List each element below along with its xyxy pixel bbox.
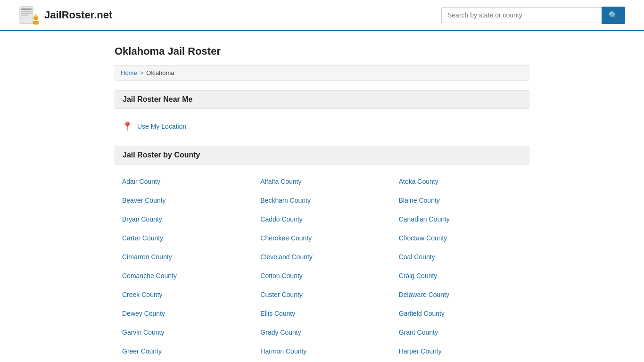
county-cell: Atoka County — [391, 172, 529, 191]
county-link[interactable]: Alfalfa County — [260, 178, 301, 185]
county-cell: Adair County — [115, 172, 253, 191]
county-link[interactable]: Carter County — [122, 234, 163, 242]
county-link[interactable]: Adair County — [122, 178, 160, 185]
page-title: Oklahoma Jail Roster — [115, 45, 529, 58]
county-cell: Cleveland County — [253, 247, 391, 266]
by-county-section: Jail Roster by County Adair CountyAlfalf… — [115, 146, 529, 362]
county-cell: Harper County — [391, 342, 529, 361]
svg-point-7 — [34, 14, 37, 17]
search-input[interactable] — [441, 7, 602, 23]
county-cell: Blaine County — [391, 191, 529, 210]
county-link[interactable]: Coal County — [399, 253, 435, 261]
breadcrumb-current: Oklahoma — [146, 69, 174, 76]
svg-rect-6 — [33, 21, 39, 25]
county-cell: Carter County — [115, 229, 253, 247]
county-cell: Dewey County — [115, 304, 253, 323]
logo-text: JailRoster.net — [44, 9, 112, 21]
county-cell: Coal County — [391, 247, 529, 266]
county-link[interactable]: Blaine County — [399, 197, 440, 204]
county-link[interactable]: Beaver County — [122, 197, 166, 204]
near-me-header: Jail Roster Near Me — [115, 90, 529, 109]
county-cell: Beckham County — [253, 191, 391, 210]
search-icon: 🔍 — [609, 11, 618, 19]
county-link[interactable]: Grady County — [260, 329, 301, 336]
site-header: JailRoster.net 🔍 — [0, 0, 644, 31]
county-link[interactable]: Atoka County — [399, 178, 438, 185]
county-cell: Greer County — [115, 342, 253, 361]
county-link[interactable]: Choctaw County — [399, 234, 447, 242]
county-link[interactable]: Cimarron County — [122, 253, 172, 261]
county-link[interactable]: Craig County — [399, 272, 438, 280]
use-location-link[interactable]: Use My Location — [137, 123, 186, 130]
county-link[interactable]: Greer County — [122, 347, 162, 355]
county-link[interactable]: Creek County — [122, 291, 163, 298]
county-link[interactable]: Garvin County — [122, 329, 164, 336]
county-link[interactable]: Ellis County — [260, 310, 295, 317]
county-cell: Grady County — [253, 323, 391, 342]
breadcrumb: Home > Oklahoma — [115, 65, 529, 81]
county-cell: Bryan County — [115, 210, 253, 229]
by-county-header: Jail Roster by County — [115, 146, 529, 165]
breadcrumb-separator: > — [140, 69, 144, 76]
county-link[interactable]: Canadian County — [399, 215, 450, 223]
county-cell: Creek County — [115, 285, 253, 304]
county-link[interactable]: Comanche County — [122, 272, 177, 280]
county-link[interactable]: Grant County — [399, 329, 438, 336]
location-icon: 📍 — [122, 121, 132, 132]
county-cell: Beaver County — [115, 191, 253, 210]
county-link[interactable]: Cotton County — [260, 272, 303, 280]
county-cell: Comanche County — [115, 266, 253, 285]
county-cell: Canadian County — [391, 210, 529, 229]
county-cell: Cotton County — [253, 266, 391, 285]
near-me-area: 📍 Use My Location — [115, 116, 529, 136]
county-cell: Craig County — [391, 266, 529, 285]
svg-rect-1 — [21, 8, 32, 10]
county-link[interactable]: Garfield County — [399, 310, 445, 317]
svg-rect-4 — [21, 15, 28, 16]
county-cell: Harmon County — [253, 342, 391, 361]
svg-rect-2 — [21, 11, 32, 12]
county-cell: Ellis County — [253, 304, 391, 323]
county-cell: Cimarron County — [115, 247, 253, 266]
county-link[interactable]: Beckham County — [260, 197, 311, 204]
county-cell: Caddo County — [253, 210, 391, 229]
county-link[interactable]: Harper County — [399, 347, 442, 355]
near-me-section: Jail Roster Near Me 📍 Use My Location — [115, 90, 529, 136]
search-button[interactable]: 🔍 — [602, 7, 625, 24]
county-cell: Garvin County — [115, 323, 253, 342]
county-link[interactable]: Cherokee County — [260, 234, 312, 242]
logo-link[interactable]: JailRoster.net — [19, 5, 112, 25]
county-link[interactable]: Custer County — [260, 291, 302, 298]
breadcrumb-home[interactable]: Home — [121, 69, 137, 76]
svg-rect-3 — [21, 13, 32, 14]
county-link[interactable]: Cleveland County — [260, 253, 313, 261]
county-link[interactable]: Delaware County — [399, 291, 449, 298]
logo-icon — [19, 5, 40, 25]
county-cell: Cherokee County — [253, 229, 391, 247]
county-cell: Choctaw County — [391, 229, 529, 247]
county-grid: Adair CountyAlfalfa CountyAtoka CountyBe… — [115, 172, 529, 362]
county-cell: Delaware County — [391, 285, 529, 304]
county-cell: Garfield County — [391, 304, 529, 323]
county-link[interactable]: Dewey County — [122, 310, 165, 317]
county-cell: Grant County — [391, 323, 529, 342]
county-link[interactable]: Caddo County — [260, 215, 303, 223]
county-cell: Custer County — [253, 285, 391, 304]
county-link[interactable]: Harmon County — [260, 347, 306, 355]
main-content: Oklahoma Jail Roster Home > Oklahoma Jai… — [96, 31, 548, 362]
search-area: 🔍 — [441, 7, 625, 24]
county-cell: Alfalfa County — [253, 172, 391, 191]
county-link[interactable]: Bryan County — [122, 215, 162, 223]
